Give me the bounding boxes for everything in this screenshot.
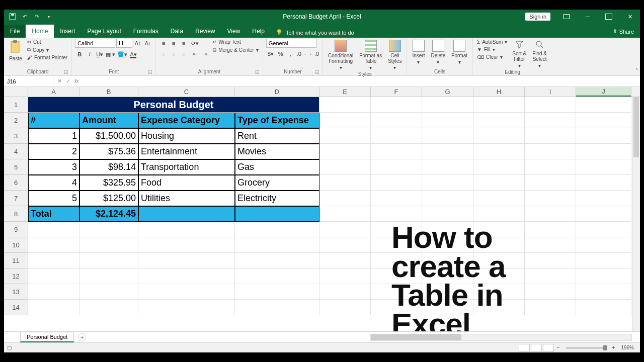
cell[interactable]: [576, 206, 631, 222]
increase-font-icon[interactable]: A↑: [133, 39, 142, 48]
cell[interactable]: [576, 175, 631, 191]
delete-cells-button[interactable]: Delete▾: [429, 39, 447, 66]
cell[interactable]: [28, 284, 79, 300]
tab-page-layout[interactable]: Page Layout: [81, 25, 127, 38]
col-header[interactable]: F: [371, 87, 422, 97]
collapse-ribbon-icon[interactable]: ˄: [635, 68, 638, 73]
col-header[interactable]: D: [235, 87, 319, 97]
cell[interactable]: Amount: [79, 113, 138, 128]
conditional-formatting-button[interactable]: Conditional Formatting▾: [326, 39, 355, 71]
cell[interactable]: [28, 237, 79, 253]
redo-icon[interactable]: ↷: [32, 12, 41, 21]
decrease-indent-icon[interactable]: ⇤: [190, 49, 199, 58]
cell[interactable]: [422, 175, 473, 191]
cell[interactable]: Entertainment: [138, 144, 235, 159]
row-header[interactable]: 13: [4, 284, 28, 300]
align-bottom-icon[interactable]: ≡: [179, 39, 188, 48]
zoom-slider[interactable]: [566, 347, 606, 349]
cell[interactable]: $75.36: [79, 144, 138, 159]
bold-button[interactable]: B: [75, 50, 84, 59]
number-format-select[interactable]: [266, 39, 316, 48]
col-header[interactable]: G: [422, 87, 473, 97]
cell[interactable]: [235, 222, 319, 237]
cell[interactable]: [473, 97, 525, 113]
tab-insert[interactable]: Insert: [54, 25, 81, 38]
cell-title[interactable]: Personal Budget: [28, 97, 319, 113]
cell[interactable]: [525, 144, 576, 159]
row-header[interactable]: 6: [4, 175, 28, 191]
cell[interactable]: [371, 175, 422, 191]
number-dialog-icon[interactable]: ◱: [315, 69, 319, 74]
cell[interactable]: [28, 268, 79, 284]
cell[interactable]: [79, 300, 138, 315]
clipboard-dialog-icon[interactable]: ◱: [64, 69, 68, 74]
zoom-level[interactable]: 196%: [618, 345, 637, 350]
cell[interactable]: [525, 128, 576, 144]
cell[interactable]: [422, 191, 473, 206]
cell[interactable]: [235, 300, 319, 315]
cell[interactable]: [319, 191, 371, 206]
cell[interactable]: [576, 159, 631, 175]
cell[interactable]: [576, 300, 631, 315]
copy-button[interactable]: ⧉Copy ▾: [26, 46, 68, 53]
col-header[interactable]: J: [576, 87, 631, 97]
cell[interactable]: $2,124.45: [79, 206, 138, 222]
cell[interactable]: [576, 97, 631, 113]
cell[interactable]: Housing: [138, 128, 235, 144]
cell[interactable]: [79, 222, 138, 237]
tab-help[interactable]: Help: [246, 25, 271, 38]
cell[interactable]: [525, 175, 576, 191]
wrap-text-button[interactable]: ↵Wrap Text: [211, 39, 260, 45]
merge-center-button[interactable]: ⊟Merge & Center ▾: [211, 47, 260, 53]
cell[interactable]: [525, 253, 576, 268]
cell[interactable]: [371, 97, 422, 113]
align-center-icon[interactable]: ≡: [169, 49, 178, 58]
new-sheet-button[interactable]: +: [78, 333, 86, 341]
page-break-view-button[interactable]: [543, 344, 554, 352]
tab-file[interactable]: File: [4, 25, 26, 38]
cell[interactable]: [319, 284, 371, 300]
row-header[interactable]: 14: [4, 300, 28, 315]
cell[interactable]: [79, 237, 138, 253]
align-left-icon[interactable]: ≡: [159, 49, 168, 58]
cell[interactable]: Food: [138, 175, 235, 191]
sign-in-button[interactable]: Sign in: [525, 13, 550, 21]
cell-styles-button[interactable]: Cell Styles▾: [386, 39, 404, 71]
cell[interactable]: [422, 159, 473, 175]
record-macro-icon[interactable]: ▢: [7, 345, 12, 350]
cell[interactable]: [525, 206, 576, 222]
clear-button[interactable]: ⌫Clear ▾: [476, 54, 508, 60]
cell[interactable]: [473, 144, 525, 159]
horizontal-scrollbar[interactable]: [370, 334, 632, 341]
cell[interactable]: $1,500.00: [79, 128, 138, 144]
cell[interactable]: [319, 159, 371, 175]
alignment-dialog-icon[interactable]: ◱: [255, 69, 260, 74]
col-header[interactable]: E: [319, 87, 371, 97]
cell[interactable]: [525, 113, 576, 128]
cell[interactable]: 5: [28, 191, 79, 206]
cell[interactable]: [28, 300, 79, 315]
cell[interactable]: [576, 191, 631, 206]
cell[interactable]: [319, 97, 371, 113]
row-header[interactable]: 9: [4, 222, 28, 237]
font-size-select[interactable]: [116, 39, 132, 48]
cell[interactable]: [473, 191, 525, 206]
cell[interactable]: 2: [28, 144, 79, 159]
share-button[interactable]: ⇪Share: [607, 25, 640, 38]
cancel-formula-icon[interactable]: ✕: [57, 78, 62, 84]
tab-home[interactable]: Home: [26, 25, 54, 38]
cell[interactable]: [319, 113, 371, 128]
cell[interactable]: $98.14: [79, 159, 138, 175]
col-header[interactable]: C: [138, 87, 235, 97]
increase-indent-icon[interactable]: ⇥: [200, 49, 209, 58]
find-select-button[interactable]: Find & Select▾: [530, 39, 549, 69]
cell[interactable]: [28, 222, 79, 237]
cell[interactable]: [235, 253, 319, 268]
cell[interactable]: [473, 128, 525, 144]
decrease-font-icon[interactable]: A↓: [143, 39, 152, 48]
cell[interactable]: [473, 113, 525, 128]
align-middle-icon[interactable]: ≡: [169, 39, 178, 48]
cell[interactable]: [319, 253, 371, 268]
cell[interactable]: [138, 237, 235, 253]
cell[interactable]: Total: [28, 206, 79, 222]
